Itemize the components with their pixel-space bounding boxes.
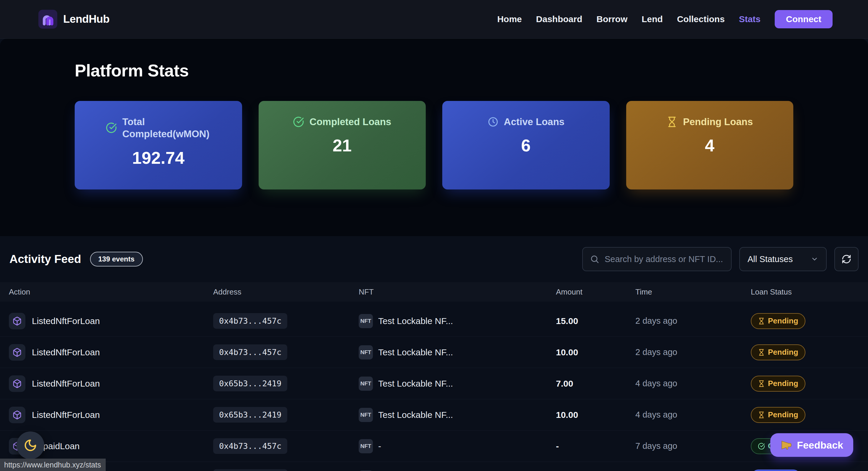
column-header: Action xyxy=(9,287,213,296)
navbar: LendHub HomeDashboardBorrowLendCollectio… xyxy=(0,0,868,39)
loan-status-badge: Pending xyxy=(751,313,805,329)
stat-card-label: Total Completed(wMON) xyxy=(122,116,211,140)
stat-cards: Total Completed(wMON)192.74Completed Loa… xyxy=(75,101,793,189)
nft-badge: NFT xyxy=(359,439,373,453)
brand[interactable]: LendHub xyxy=(38,10,110,29)
column-header: Amount xyxy=(556,287,636,296)
status-filter-value: All Statuses xyxy=(748,254,793,264)
nav-item-dashboard[interactable]: Dashboard xyxy=(536,14,583,24)
nft-badge: NFT xyxy=(359,314,373,328)
stat-card: Pending Loans4 xyxy=(626,101,794,189)
nft-name: Test Lockable NF... xyxy=(378,379,453,389)
nav-item-borrow[interactable]: Borrow xyxy=(596,14,627,24)
time-value: 2 days ago xyxy=(636,316,751,326)
search-icon xyxy=(590,254,599,264)
stat-card: Completed Loans21 xyxy=(259,101,426,189)
amount-value: 10.00 xyxy=(556,410,636,420)
table-row[interactable]: ListedNftForLoan0x4b73...457cNFTTest Loc… xyxy=(0,306,868,337)
chevron-down-icon xyxy=(811,255,818,263)
amount-value: 15.00 xyxy=(556,316,636,326)
brand-name: LendHub xyxy=(63,13,110,25)
stat-card: Active Loans6 xyxy=(442,101,610,189)
feedback-label: Feedback xyxy=(797,439,843,451)
address-chip[interactable] xyxy=(213,469,287,471)
amount-value: 10.00 xyxy=(556,347,636,357)
stat-card-label: Pending Loans xyxy=(683,116,753,128)
table-row[interactable]: RepaidLoan0x4b73...457cNFT--7 days agoCo… xyxy=(0,431,868,462)
search-box xyxy=(582,247,732,271)
stat-card-label: Active Loans xyxy=(504,116,564,128)
activity-feed-section: Activity Feed 139 events All Statuses Ac… xyxy=(0,247,868,471)
loan-status-badge: Pending xyxy=(751,407,805,423)
status-bar-url: https://www.lendhub.xyz/stats xyxy=(0,459,106,471)
time-value: 7 days ago xyxy=(636,441,751,451)
action-label: ListedNftForLoan xyxy=(32,410,100,420)
refresh-button[interactable] xyxy=(834,247,859,271)
column-header: Time xyxy=(636,287,751,296)
column-header: Loan Status xyxy=(751,287,859,296)
time-value: 2 days ago xyxy=(636,347,751,357)
hourglass-icon xyxy=(666,116,678,127)
nav-item-collections[interactable]: Collections xyxy=(677,14,725,24)
table-row[interactable]: ListedNftForLoan0x65b3...2419NFTTest Loc… xyxy=(0,399,868,431)
amount-value: - xyxy=(556,441,636,451)
stat-card-value: 4 xyxy=(638,135,782,155)
check-circle-icon xyxy=(106,122,117,133)
time-value: 4 days ago xyxy=(636,410,751,420)
package-icon xyxy=(9,375,25,392)
nav-item-lend[interactable]: Lend xyxy=(642,14,663,24)
search-input[interactable] xyxy=(604,254,724,264)
events-count-badge: 139 events xyxy=(90,252,143,266)
loan-status-badge: Pending xyxy=(751,376,805,391)
address-chip[interactable]: 0x4b73...457c xyxy=(213,438,287,454)
nft-name: Test Lockable NF... xyxy=(378,347,453,357)
status-filter-select[interactable]: All Statuses xyxy=(739,247,827,271)
nft-badge: NFT xyxy=(359,345,373,359)
connect-wallet-button[interactable]: Connect xyxy=(775,10,833,28)
action-label: ListedNftForLoan xyxy=(32,379,100,389)
column-header: Address xyxy=(213,287,359,296)
refresh-icon xyxy=(841,254,851,264)
action-label: ListedNftForLoan xyxy=(32,347,100,357)
clock-icon xyxy=(488,116,499,127)
megaphone-icon xyxy=(780,439,792,451)
activity-feed-title: Activity Feed xyxy=(9,253,81,265)
address-chip[interactable]: 0x4b73...457c xyxy=(213,344,287,360)
nft-badge: NFT xyxy=(359,377,373,391)
address-chip[interactable]: 0x65b3...2419 xyxy=(213,407,287,422)
nav-item-stats[interactable]: Stats xyxy=(739,14,761,24)
loan-status-badge xyxy=(751,470,801,471)
table-row[interactable] xyxy=(0,462,868,471)
stat-card-label: Completed Loans xyxy=(309,116,391,128)
nft-name: - xyxy=(378,441,381,451)
platform-stats-section: Platform Stats Total Completed(wMON)192.… xyxy=(0,39,868,236)
theme-toggle-button[interactable] xyxy=(17,432,44,459)
stat-card-value: 192.74 xyxy=(87,148,230,168)
loan-status-badge: Pending xyxy=(751,344,805,360)
stat-card-value: 6 xyxy=(454,135,598,155)
package-icon xyxy=(9,313,25,329)
page-title: Platform Stats xyxy=(75,39,868,80)
nav-links: HomeDashboardBorrowLendCollectionsStats xyxy=(497,14,761,24)
table-row[interactable]: ListedNftForLoan0x4b73...457cNFTTest Loc… xyxy=(0,337,868,368)
column-header: NFT xyxy=(359,287,556,296)
action-label: ListedNftForLoan xyxy=(32,316,100,326)
stat-card-value: 21 xyxy=(271,135,414,155)
nav-item-home[interactable]: Home xyxy=(497,14,522,24)
feedback-button[interactable]: Feedback xyxy=(770,433,853,457)
nft-name: Test Lockable NF... xyxy=(378,410,453,420)
package-icon xyxy=(9,407,25,423)
address-chip[interactable]: 0x4b73...457c xyxy=(213,313,287,329)
moon-icon xyxy=(24,439,37,452)
table-header: ActionAddressNFTAmountTimeLoan Status xyxy=(0,282,868,302)
package-icon xyxy=(9,344,25,360)
time-value: 4 days ago xyxy=(636,379,751,388)
amount-value: 7.00 xyxy=(556,379,636,389)
address-chip[interactable]: 0x65b3...2419 xyxy=(213,376,287,391)
stat-card: Total Completed(wMON)192.74 xyxy=(75,101,242,189)
table-row[interactable]: ListedNftForLoan0x65b3...2419NFTTest Loc… xyxy=(0,368,868,399)
lendhub-logo-icon xyxy=(38,10,57,29)
nft-badge: NFT xyxy=(359,408,373,422)
table-body: ListedNftForLoan0x4b73...457cNFTTest Loc… xyxy=(0,306,868,471)
check-circle-icon xyxy=(293,116,304,127)
